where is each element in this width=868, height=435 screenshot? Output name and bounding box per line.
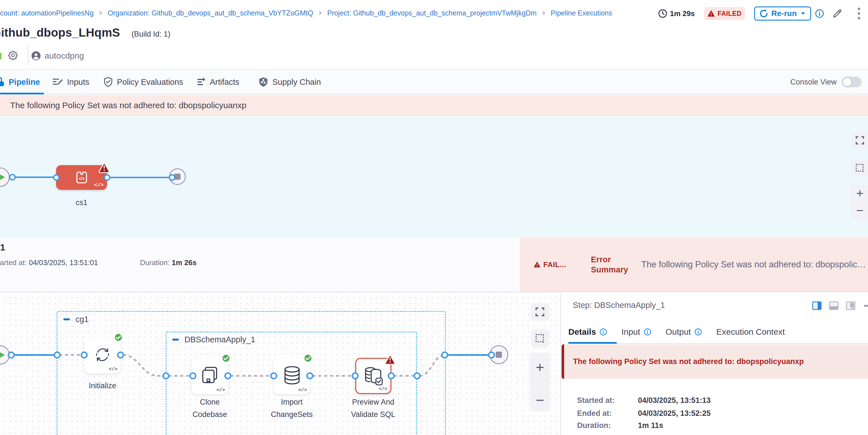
tab-artifacts[interactable]: Artifacts	[197, 70, 239, 94]
panel-layout-controls	[812, 302, 868, 310]
error-summary-label: Error Summary	[591, 254, 641, 275]
clock-icon	[658, 9, 668, 18]
clone-codebase-icon	[202, 366, 219, 384]
warning-triangle-icon	[708, 10, 715, 17]
stage-fail-badge: FAIL...	[534, 260, 591, 269]
step-error-text: The following Policy Set was not adhered…	[573, 357, 804, 366]
fullscreen-icon	[535, 307, 545, 317]
step-error-banner: The following Policy Set was not adhered…	[562, 344, 868, 379]
pipeline-title: Github_dbops_LHqmS	[0, 26, 120, 39]
zoom-in-button[interactable]: +	[856, 187, 864, 199]
step-panel-tabs: Details Input Output Execution Context	[568, 322, 799, 342]
pipeline-title-row: Github_dbops_LHqmS (Build Id: 1)	[0, 26, 394, 42]
console-view-toggle[interactable]	[842, 76, 862, 87]
stage-canvas-fullscreen-button[interactable]	[851, 131, 868, 149]
breadcrumb-pipeline-executions[interactable]: Pipeline Executions	[551, 9, 612, 17]
breadcrumb: Account: automationPipelinesNg > Organiz…	[0, 7, 656, 19]
console-view-control: Console View	[790, 70, 868, 94]
panel-tab-output[interactable]: Output	[665, 327, 702, 337]
avatar-icon	[32, 51, 40, 60]
stage-duration: Duration: 1m 26s	[140, 258, 196, 267]
step-details-panel: Step: DBSchemaApply_1 Details Input Outp…	[562, 292, 868, 435]
marquee-select-icon	[855, 163, 865, 173]
status-badge: FAILED	[704, 7, 745, 20]
edit-pencil-icon[interactable]	[832, 8, 843, 19]
warning-triangle-icon	[534, 261, 540, 268]
step-warning-badge	[384, 354, 396, 365]
success-check-badge	[304, 354, 312, 363]
build-id: (Build Id: 1)	[131, 30, 170, 39]
stage-node-label: cs1	[56, 198, 107, 207]
execution-graph-select-button[interactable]	[531, 329, 549, 347]
kebab-menu-icon[interactable]	[857, 7, 861, 20]
breadcrumb-project[interactable]: Project: Github_db_devops_aut_db_schema_…	[327, 9, 536, 17]
execution-graph-fullscreen-button[interactable]	[531, 303, 549, 321]
step-node-preview-validate-sql[interactable]: </>	[355, 358, 392, 394]
info-icon	[644, 328, 651, 336]
rerun-button[interactable]: Re-run	[754, 6, 811, 21]
stage-warning-badge	[98, 162, 110, 173]
step-node-initialize[interactable]: </>	[84, 337, 121, 373]
active-tab-indicator	[0, 93, 44, 94]
pipeline-icon	[0, 77, 4, 87]
tab-bar: Pipeline Inputs Policy Evaluations Artif…	[0, 70, 868, 94]
zoom-out-button[interactable]: −	[536, 393, 544, 407]
inputs-icon	[52, 77, 63, 87]
policy-violation-banner: The following Policy Set was not adhered…	[0, 95, 868, 116]
success-check-badge	[114, 333, 123, 342]
zoom-in-button[interactable]: +	[536, 360, 544, 375]
header: Account: automationPipelinesNg > Organiz…	[0, 0, 868, 70]
stage-node-cs1[interactable]: </> </>	[56, 165, 107, 190]
code-glyph: </>	[94, 182, 104, 188]
stage-started-at: Started at: 04/03/2025, 13:51:01	[0, 258, 98, 267]
pipeline-execution-screen: Account: automationPipelinesNg > Organiz…	[0, 0, 868, 435]
execution-graph-zoom-controls: + −	[530, 353, 550, 411]
chevron-right-icon: >	[542, 9, 545, 17]
active-panel-tab-indicator	[568, 342, 617, 344]
step-label-preview-validate-sql: Preview And Validate SQL	[346, 396, 400, 421]
status-strip-fragment	[0, 53, 1, 59]
breadcrumb-organization[interactable]: Organization: Github_db_devops_aut_db_sc…	[107, 9, 313, 17]
layout-bottom-split-icon[interactable]	[829, 302, 838, 310]
stage-summary-band: cs1 Started at: 04/03/2025, 13:51:01 Dur…	[0, 238, 868, 292]
execution-graph-canvas[interactable]: cg1 DBSchemaApply_1	[0, 292, 561, 435]
gear-icon[interactable]	[8, 50, 18, 60]
panel-tab-input[interactable]: Input	[621, 327, 651, 337]
tab-supply-chain[interactable]: Supply Chain	[258, 70, 321, 94]
policy-violation-text: The following Policy Set was not adhered…	[10, 101, 246, 110]
step-node-import-changesets[interactable]: </>	[274, 358, 310, 394]
tab-pipeline[interactable]: Pipeline	[0, 70, 40, 94]
policy-shield-icon	[104, 77, 113, 87]
zoom-out-button[interactable]: −	[856, 204, 864, 217]
step-node-clone-codebase[interactable]: </>	[192, 358, 228, 394]
info-icon	[599, 328, 607, 336]
breadcrumb-account[interactable]: Account: automationPipelinesNg	[0, 9, 93, 17]
code-glyph: </>	[216, 387, 225, 393]
execution-graph-edges	[0, 292, 518, 435]
info-icon[interactable]	[815, 9, 824, 18]
trigger-user[interactable]: autocdpng	[44, 51, 84, 61]
stage-canvas-zoom-controls: + −	[851, 185, 868, 221]
step-label-clone-codebase: Clone Codebase	[183, 396, 237, 421]
stage-graph-canvas[interactable]: </> </> cs1 + −	[0, 116, 868, 238]
tab-policy-evaluations[interactable]: Policy Evaluations	[104, 70, 183, 94]
layout-right-split-icon[interactable]	[812, 302, 822, 310]
layout-right-drawer-icon[interactable]	[846, 302, 855, 310]
panel-tab-execution-context[interactable]: Execution Context	[716, 327, 785, 337]
marquee-select-icon	[535, 333, 545, 343]
step-label-initialize: Initialize	[76, 379, 129, 392]
panel-tab-details[interactable]: Details	[568, 327, 607, 337]
execution-duration: 1m 29s	[670, 9, 695, 18]
tab-inputs[interactable]: Inputs	[52, 70, 89, 94]
stage-canvas-select-button[interactable]	[851, 159, 868, 177]
header-meta-row: autocdpng	[0, 45, 225, 65]
custom-stage-icon: </>	[75, 171, 88, 184]
minimize-panel-icon[interactable]	[864, 305, 868, 307]
fullscreen-icon	[855, 135, 865, 145]
error-summary-text: The following Policy Set was not adhered…	[641, 259, 868, 270]
info-icon	[694, 328, 702, 336]
detail-row-duration: Duration: 1m 11s	[577, 421, 859, 430]
code-glyph: </>	[298, 387, 307, 393]
console-view-label: Console View	[790, 78, 837, 87]
stage-summary-title: cs1	[0, 242, 5, 253]
